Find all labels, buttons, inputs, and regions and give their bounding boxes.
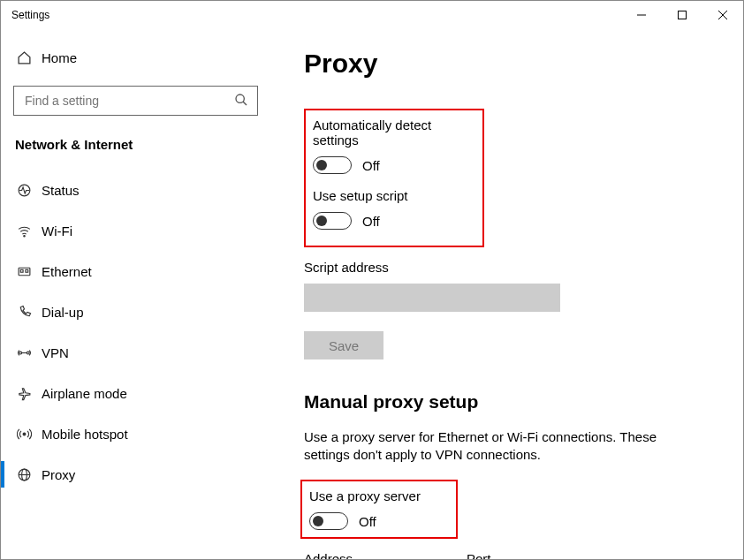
sidebar-item-label: VPN (42, 345, 69, 360)
home-link[interactable]: Home (1, 40, 270, 75)
script-address-label: Script address (304, 260, 718, 275)
sidebar-item-status[interactable]: Status (1, 170, 270, 210)
sidebar-item-label: Ethernet (42, 264, 92, 279)
sidebar-item-label: Mobile hotspot (42, 427, 128, 442)
svg-point-12 (27, 352, 29, 354)
status-icon (17, 183, 42, 198)
save-button-label: Save (329, 338, 359, 353)
setup-script-label: Use setup script (313, 188, 474, 203)
use-proxy-label: Use a proxy server (309, 488, 447, 503)
airplane-icon (17, 386, 42, 401)
svg-point-11 (19, 352, 22, 354)
titlebar: Settings (1, 1, 743, 29)
minimize-button[interactable] (621, 1, 662, 29)
section-header: Network & Internet (1, 132, 270, 170)
sidebar-item-hotspot[interactable]: Mobile hotspot (1, 413, 270, 454)
svg-rect-9 (20, 269, 23, 272)
port-label: Port (467, 551, 546, 559)
proxy-icon (17, 467, 42, 482)
svg-point-7 (24, 235, 25, 236)
script-address-input (304, 284, 560, 312)
auto-detect-state: Off (362, 158, 380, 173)
use-proxy-toggle[interactable] (309, 512, 348, 530)
address-label: Address (304, 551, 444, 559)
auto-detect-toggle[interactable] (313, 156, 352, 174)
svg-rect-10 (26, 269, 28, 272)
wifi-icon (17, 223, 42, 238)
sidebar-item-label: Status (42, 183, 80, 198)
sidebar-item-label: Proxy (42, 467, 75, 482)
hotspot-icon (17, 427, 42, 442)
dialup-icon (17, 305, 42, 320)
svg-point-4 (236, 95, 244, 102)
sidebar-item-label: Wi-Fi (42, 223, 72, 238)
svg-rect-1 (679, 11, 687, 19)
svg-line-5 (243, 102, 247, 105)
sidebar-item-label: Airplane mode (42, 386, 127, 401)
window-title: Settings (11, 9, 49, 21)
page-title: Proxy (304, 49, 718, 79)
setup-script-state: Off (362, 214, 380, 229)
use-proxy-state: Off (359, 514, 376, 529)
close-button[interactable] (702, 1, 743, 29)
home-icon (17, 50, 42, 65)
sidebar: Home Network & Internet Status Wi-Fi (1, 29, 270, 559)
manual-proxy-header: Manual proxy setup (304, 391, 718, 412)
sidebar-item-label: Dial-up (42, 305, 84, 320)
vpn-icon (17, 345, 42, 360)
search-icon (234, 93, 248, 110)
use-proxy-highlight: Use a proxy server Off (300, 480, 458, 539)
auto-detect-label: Automatically detect settings (313, 117, 474, 148)
setup-script-toggle[interactable] (313, 212, 352, 230)
content-pane: Proxy Automatically detect settings Off … (270, 29, 743, 559)
save-button: Save (304, 331, 383, 359)
ethernet-icon (17, 264, 42, 279)
sidebar-item-dialup[interactable]: Dial-up (1, 291, 270, 332)
search-box[interactable] (13, 86, 258, 116)
sidebar-item-proxy[interactable]: Proxy (1, 454, 270, 495)
sidebar-item-airplane[interactable]: Airplane mode (1, 373, 270, 413)
search-input[interactable] (23, 93, 234, 109)
svg-point-14 (23, 433, 26, 435)
sidebar-item-ethernet[interactable]: Ethernet (1, 251, 270, 291)
maximize-button[interactable] (662, 1, 702, 29)
sidebar-item-wifi[interactable]: Wi-Fi (1, 210, 270, 251)
auto-proxy-highlight: Automatically detect settings Off Use se… (304, 109, 484, 247)
sidebar-item-vpn[interactable]: VPN (1, 332, 270, 373)
manual-proxy-desc: Use a proxy server for Ethernet or Wi-Fi… (304, 428, 684, 464)
home-label: Home (42, 50, 77, 65)
